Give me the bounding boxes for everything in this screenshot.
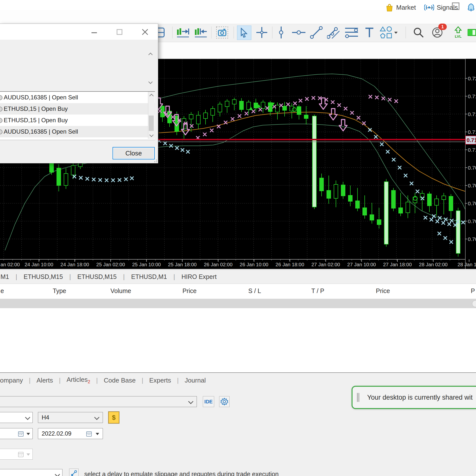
calendar-icon xyxy=(18,431,24,437)
dialog-resize-grip[interactable] xyxy=(152,158,157,162)
summary-row-icon xyxy=(472,300,476,307)
toolbox-tab-articles[interactable]: Articles2 xyxy=(61,376,96,385)
market-bag-icon xyxy=(386,3,393,12)
upper-scroll-down-icon[interactable] xyxy=(147,79,154,86)
svg-text:0.70: 0.70 xyxy=(468,183,476,188)
shapes-tool-icon[interactable] xyxy=(379,26,399,39)
tab-separator: | xyxy=(59,377,61,384)
tab-separator: | xyxy=(142,377,143,384)
list-scroll-thumb[interactable] xyxy=(149,116,154,131)
cursor-select-icon[interactable] xyxy=(237,26,251,40)
desktop-sharing-notification: Your desktop is currently shared wit xyxy=(352,386,476,409)
svg-text:28 Jan 10:: 28 Jan 10: xyxy=(457,262,476,267)
dialog-close-icon[interactable] xyxy=(140,27,150,37)
list-scroll-down-icon[interactable] xyxy=(148,132,155,139)
svg-text:24 Jan 18:00: 24 Jan 18:00 xyxy=(60,262,89,267)
svg-text:0.71: 0.71 xyxy=(468,129,476,135)
svg-text:25 Jan 10:00: 25 Jan 10:00 xyxy=(132,262,161,267)
positions-list[interactable]: AUDUSD,16385 | Open SellETHUSD,15 | Open… xyxy=(0,91,155,140)
shift-chart-to-end-icon[interactable] xyxy=(175,26,191,39)
ide-button[interactable]: IDE xyxy=(203,396,214,407)
chart-tab-hiro-expert[interactable]: HIRO Expert xyxy=(175,273,223,280)
chart-tab-bar: M1|ETHUSD,M15|ETHUSD,M15|ETHUSD,M1|HIRO … xyxy=(0,269,476,284)
screenshot-camera-icon[interactable] xyxy=(215,26,229,39)
signals-link[interactable]: Signals xyxy=(437,4,458,11)
channel-tool-icon[interactable] xyxy=(327,26,341,39)
position-item-label: AUDUSD,16385 | Open Sell xyxy=(4,94,78,101)
timeframe-value: H4 xyxy=(42,414,49,421)
toolbox-right-links: Market Signals V xyxy=(386,0,476,15)
list-scroll-up-icon[interactable] xyxy=(148,92,155,99)
date-from-field[interactable] xyxy=(0,428,33,439)
deposit-currency-button[interactable]: $ xyxy=(108,412,119,423)
symbol-select[interactable] xyxy=(0,412,33,423)
svg-text:0.72: 0.72 xyxy=(468,76,476,81)
gear-icon xyxy=(221,398,228,405)
svg-text:an 02:00: an 02:00 xyxy=(0,262,20,267)
expert-select[interactable] xyxy=(0,396,197,407)
svg-text:27 Jan 18:00: 27 Jan 18:00 xyxy=(383,262,412,267)
position-item-icon xyxy=(0,118,2,123)
toolbox-tab-experts[interactable]: Experts xyxy=(143,377,177,384)
position-list-item[interactable]: AUDUSD,16385 | Open Sell xyxy=(0,92,155,103)
vertical-line-tool-icon[interactable] xyxy=(274,26,288,39)
timeframe-select[interactable]: H4 xyxy=(38,412,103,423)
svg-text:27 Jan 10:00: 27 Jan 10:00 xyxy=(347,262,376,267)
position-list-item[interactable]: ETHUSD,15 | Open Buy xyxy=(0,115,155,126)
table-column-header[interactable]: Price xyxy=(0,287,390,295)
settings-gear-button[interactable] xyxy=(219,396,230,407)
toolbox-tab-ompany[interactable]: ompany xyxy=(0,377,29,384)
levels-label: LVL xyxy=(455,34,461,38)
list-scrollbar[interactable] xyxy=(148,92,155,139)
positions-dialog[interactable]: AUDUSD,16385 | Open SellETHUSD,15 | Open… xyxy=(0,24,158,163)
fibonacci-tool-icon[interactable] xyxy=(345,26,358,39)
tab-separator: | xyxy=(96,377,98,384)
calendar-icon-disabled xyxy=(18,451,24,457)
delay-select[interactable] xyxy=(0,469,62,476)
chart-tab-ethusd-m15[interactable]: ETHUSD,M15 xyxy=(71,273,123,280)
svg-text:0.71: 0.71 xyxy=(468,147,476,153)
chart-tab-m1[interactable]: M1 xyxy=(0,273,16,280)
crosshair-icon[interactable] xyxy=(255,26,269,39)
articles-badge: 2 xyxy=(88,380,90,385)
svg-text:25 Jan 18:00: 25 Jan 18:00 xyxy=(168,262,197,267)
delay-config-button[interactable] xyxy=(69,469,79,476)
position-list-item[interactable]: ETHUSD,15 | Open Buy xyxy=(0,103,155,115)
toolbox-tab-journal[interactable]: Journal xyxy=(179,377,212,384)
position-list-item[interactable]: AUDUSD,16385 | Open Sell xyxy=(0,126,155,137)
tab-separator: | xyxy=(177,377,179,384)
account-icon[interactable]: 1 xyxy=(430,26,444,39)
search-icon[interactable] xyxy=(412,26,425,39)
account-notification-badge: 1 xyxy=(438,24,447,30)
toolbox-tab-code-base[interactable]: Code Base xyxy=(98,377,142,384)
horizontal-line-tool-icon[interactable] xyxy=(292,26,305,39)
svg-text:28 Jan 02:00: 28 Jan 02:00 xyxy=(419,262,448,267)
workspace-empty-area xyxy=(0,308,476,372)
dialog-minimize-icon[interactable] xyxy=(89,27,99,37)
svg-text:26 Jan 02:00: 26 Jan 02:00 xyxy=(204,262,233,267)
svg-text:0.70: 0.70 xyxy=(468,201,476,206)
close-button[interactable]: Close xyxy=(113,147,155,159)
chart-tab-ethusd-m1[interactable]: ETHUSD,M1 xyxy=(125,273,173,280)
text-tool-icon[interactable] xyxy=(362,26,376,39)
position-item-icon xyxy=(0,129,2,134)
svg-text:25 Jan 02:00: 25 Jan 02:00 xyxy=(96,262,125,267)
table-column-header[interactable]: P xyxy=(471,287,475,295)
shift-chart-from-end-icon[interactable] xyxy=(193,26,209,39)
trade-table-summary-row[interactable] xyxy=(0,299,476,308)
dialog-maximize-icon[interactable] xyxy=(114,27,125,37)
position-item-icon xyxy=(0,95,2,100)
svg-text:0.70: 0.70 xyxy=(468,165,476,171)
position-item-label: ETHUSD,15 | Open Buy xyxy=(4,105,68,112)
upper-scroll-up-icon[interactable] xyxy=(147,51,154,58)
levels-icon[interactable]: LVL xyxy=(451,26,465,39)
toolbox-tab-bar: ompany|Alerts|Articles2|Code Base|Expert… xyxy=(0,372,476,388)
date-to-field[interactable]: 2022.02.09 xyxy=(38,428,103,439)
svg-text:0.71: 0.71 xyxy=(467,137,476,143)
trendline-tool-icon[interactable] xyxy=(309,26,323,39)
toolbox-tab-alerts[interactable]: Alerts xyxy=(30,377,59,384)
market-link[interactable]: Market xyxy=(396,4,416,11)
chart-tab-ethusd-m15[interactable]: ETHUSD,M15 xyxy=(17,273,69,280)
notification-text: Your desktop is currently shared wit xyxy=(367,394,473,401)
dialog-titlebar[interactable] xyxy=(0,24,158,40)
